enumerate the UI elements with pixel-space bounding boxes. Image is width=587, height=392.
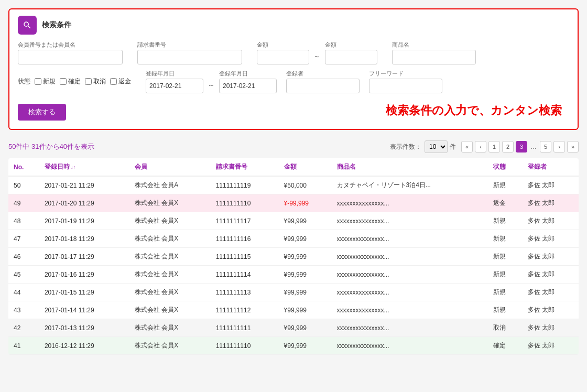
cell-date: 2016-12-12 11:29	[39, 337, 129, 355]
per-page-select[interactable]: 10 20 50	[425, 140, 448, 153]
cell-member: 株式会社 会員X	[129, 284, 211, 301]
cell-invoice: 1111111112	[211, 301, 279, 319]
pagination-controls: 表示件数： 10 20 50 件 « ‹ 1 2 3 … 5 › »	[390, 140, 579, 153]
table-row[interactable]: 492017-01-20 11:29株式会社 会員X1111111110¥-99…	[8, 194, 579, 212]
page-1-btn[interactable]: 1	[488, 141, 500, 153]
results-count: 50件中 31件から40件を表示	[8, 142, 94, 151]
cell-status: 新規	[488, 230, 523, 248]
cell-member: 株式会社 会員X	[129, 230, 211, 248]
page-5-btn[interactable]: 5	[540, 141, 551, 153]
cell-invoice: 1111111114	[211, 266, 279, 284]
table-row[interactable]: 482017-01-19 11:29株式会社 会員X1111111117¥99,…	[8, 212, 579, 230]
date-tilde: ～	[208, 81, 215, 90]
cell-registrant: 多佐 太郎	[523, 248, 579, 266]
cell-registrant: 多佐 太郎	[523, 319, 579, 337]
per-page-label: 表示件数：	[390, 143, 421, 151]
cell-invoice: 1111111111	[211, 319, 279, 337]
cell-registrant: 多佐 太郎	[523, 337, 579, 355]
cell-no: 45	[8, 266, 39, 284]
member-label: 会員番号または会員名	[18, 41, 123, 49]
cell-product: カヌチャベイ・リゾート3泊4日...	[332, 176, 488, 194]
cell-no: 44	[8, 284, 39, 301]
status-checkbox-refund[interactable]: 返金	[110, 77, 131, 86]
cell-status: 確定	[488, 337, 523, 355]
cell-amount: ¥99,999	[279, 230, 332, 248]
amount-to-input[interactable]	[325, 50, 377, 64]
checkbox-new[interactable]	[35, 78, 41, 85]
cell-invoice: 1111111110	[211, 337, 279, 355]
page-ellipsis: …	[529, 143, 538, 150]
col-date[interactable]: 登録日時↓↑	[39, 158, 129, 176]
results-area: 50件中 31件から40件を表示 表示件数： 10 20 50 件 « ‹ 1 …	[8, 140, 579, 355]
cell-amount: ¥-99,999	[279, 194, 332, 212]
checkbox-confirmed[interactable]	[60, 78, 67, 85]
status-label: 状態	[18, 77, 30, 86]
table-header-row: No. 登録日時↓↑ 会員 請求書番号 金額 商品名 状態 登録者	[8, 158, 579, 176]
col-invoice: 請求書番号	[211, 158, 279, 176]
sort-icon: ↓↑	[71, 165, 75, 170]
freeword-field-group: フリーワード	[369, 70, 442, 93]
invoice-input[interactable]	[137, 50, 242, 64]
registrant-input[interactable]	[286, 79, 360, 93]
page-first-btn[interactable]: «	[461, 141, 473, 153]
table-header: No. 登録日時↓↑ 会員 請求書番号 金額 商品名 状態 登録者	[8, 158, 579, 176]
amount-from-input[interactable]	[257, 50, 309, 64]
cell-product: xxxxxxxxxxxxxxx...	[332, 212, 488, 230]
page-next-btn[interactable]: ›	[553, 141, 565, 153]
search-header: 検索条件	[18, 16, 569, 35]
table-row[interactable]: 412016-12-12 11:29株式会社 会員X1111111110¥99,…	[8, 337, 579, 355]
member-input[interactable]	[18, 50, 123, 64]
checkbox-refund[interactable]	[110, 78, 117, 85]
reg-date-from-input[interactable]	[146, 79, 203, 93]
cell-product: xxxxxxxxxxxxxxx...	[332, 337, 488, 355]
page-prev-btn[interactable]: ‹	[475, 141, 486, 153]
cell-date: 2017-01-16 11:29	[39, 266, 129, 284]
product-input[interactable]	[392, 50, 476, 64]
product-label: 商品名	[392, 41, 476, 49]
page-2-btn[interactable]: 2	[502, 141, 514, 153]
cell-date: 2017-01-21 11:29	[39, 176, 129, 194]
search-icon-button[interactable]	[18, 16, 37, 35]
cell-product: xxxxxxxxxxxxxxx...	[332, 248, 488, 266]
status-checkboxes: 新規 確定 取消 返金	[35, 77, 131, 86]
table-row[interactable]: 462017-01-17 11:29株式会社 会員X1111111115¥99,…	[8, 248, 579, 266]
cell-no: 48	[8, 212, 39, 230]
cell-date: 2017-01-20 11:29	[39, 194, 129, 212]
status-checkbox-confirmed[interactable]: 確定	[60, 77, 81, 86]
cell-no: 43	[8, 301, 39, 319]
status-checkbox-new[interactable]: 新規	[35, 77, 56, 86]
cell-status: 返金	[488, 194, 523, 212]
cell-invoice: 1111111115	[211, 248, 279, 266]
status-checkbox-cancelled[interactable]: 取消	[85, 77, 106, 86]
cell-amount: ¥99,999	[279, 266, 332, 284]
cell-registrant: 多佐 太郎	[523, 194, 579, 212]
table-row[interactable]: 422017-01-13 11:29株式会社 会員X1111111111¥99,…	[8, 319, 579, 337]
search-panel-title: 検索条件	[42, 20, 71, 30]
col-status: 状態	[488, 158, 523, 176]
freeword-input[interactable]	[369, 79, 442, 93]
reg-date-to-label: 登録年月日	[219, 70, 277, 78]
cell-date: 2017-01-15 11:29	[39, 284, 129, 301]
cell-amount: ¥50,000	[279, 176, 332, 194]
reg-date-to-input[interactable]	[219, 79, 277, 93]
table-row[interactable]: 442017-01-15 11:29株式会社 会員X1111111113¥99,…	[8, 284, 579, 301]
col-registrant: 登録者	[523, 158, 579, 176]
table-row[interactable]: 432017-01-14 11:29株式会社 会員X1111111112¥99,…	[8, 301, 579, 319]
table-row[interactable]: 502017-01-21 11:29株式会社 会員A1111111119¥50,…	[8, 176, 579, 194]
cell-date: 2017-01-14 11:29	[39, 301, 129, 319]
checkbox-cancelled[interactable]	[85, 78, 92, 85]
invoice-field-group: 請求書番号	[137, 41, 242, 64]
cell-date: 2017-01-19 11:29	[39, 212, 129, 230]
cell-member: 株式会社 会員X	[129, 337, 211, 355]
table-row[interactable]: 452017-01-16 11:29株式会社 会員X1111111114¥99,…	[8, 266, 579, 284]
page-last-btn[interactable]: »	[567, 141, 579, 153]
cell-registrant: 多佐 太郎	[523, 176, 579, 194]
table-row[interactable]: 472017-01-18 11:29株式会社 会員X1111111116¥99,…	[8, 230, 579, 248]
freeword-label: フリーワード	[369, 70, 442, 78]
cell-registrant: 多佐 太郎	[523, 230, 579, 248]
cell-member: 株式会社 会員X	[129, 212, 211, 230]
cell-status: 新規	[488, 212, 523, 230]
page-3-btn[interactable]: 3	[516, 141, 527, 153]
search-button[interactable]: 検索する	[18, 104, 66, 121]
cell-status: 新規	[488, 301, 523, 319]
